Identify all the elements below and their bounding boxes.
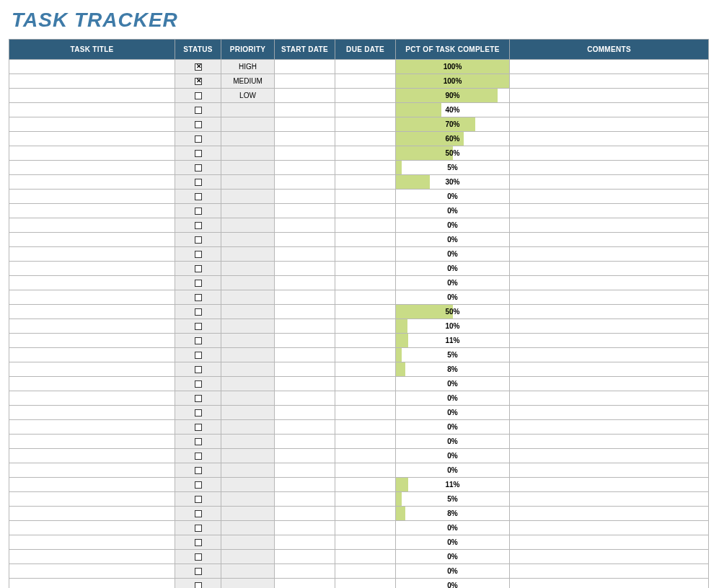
task-title-cell[interactable] [9, 579, 175, 589]
priority-cell[interactable] [221, 406, 275, 420]
priority-cell[interactable] [221, 550, 275, 564]
start-date-cell[interactable] [275, 89, 335, 103]
due-date-cell[interactable] [335, 262, 396, 276]
start-date-cell[interactable] [275, 348, 335, 362]
start-date-cell[interactable] [275, 305, 335, 319]
priority-cell[interactable] [221, 175, 275, 190]
due-date-cell[interactable] [335, 507, 396, 521]
checkbox-icon[interactable] [195, 395, 202, 402]
checkbox-icon[interactable] [195, 179, 202, 186]
status-cell[interactable] [175, 420, 221, 435]
due-date-cell[interactable] [335, 190, 396, 204]
comments-cell[interactable] [510, 550, 709, 564]
status-cell[interactable] [175, 276, 221, 290]
checkbox-icon[interactable] [195, 265, 202, 272]
checkbox-icon[interactable] [195, 438, 202, 445]
pct-complete-cell[interactable]: 0% [396, 391, 510, 406]
status-cell[interactable] [175, 362, 221, 377]
comments-cell[interactable] [510, 334, 709, 348]
due-date-cell[interactable] [335, 276, 396, 290]
status-cell[interactable] [175, 146, 221, 161]
priority-cell[interactable] [221, 262, 275, 276]
comments-cell[interactable] [510, 478, 709, 492]
checkbox-icon[interactable] [195, 208, 202, 215]
due-date-cell[interactable] [335, 319, 396, 334]
pct-complete-cell[interactable]: 40% [396, 103, 510, 117]
comments-cell[interactable] [510, 420, 709, 435]
checkbox-icon[interactable] [195, 409, 202, 416]
checkbox-icon[interactable] [195, 121, 202, 128]
checkbox-icon[interactable] [195, 553, 202, 561]
checkbox-icon[interactable] [195, 63, 202, 71]
priority-cell[interactable] [221, 521, 275, 535]
checkbox-icon[interactable] [195, 352, 202, 359]
status-cell[interactable] [175, 117, 221, 132]
status-cell[interactable] [175, 233, 221, 247]
task-title-cell[interactable] [9, 391, 175, 406]
priority-cell[interactable] [221, 117, 275, 132]
status-cell[interactable] [175, 190, 221, 204]
start-date-cell[interactable] [275, 478, 335, 492]
status-cell[interactable] [175, 435, 221, 449]
pct-complete-cell[interactable]: 0% [396, 290, 510, 305]
pct-complete-cell[interactable]: 0% [396, 276, 510, 290]
pct-complete-cell[interactable]: 50% [396, 305, 510, 319]
pct-complete-cell[interactable]: 11% [396, 478, 510, 492]
checkbox-icon[interactable] [195, 92, 202, 99]
due-date-cell[interactable] [335, 218, 396, 233]
priority-cell[interactable] [221, 507, 275, 521]
comments-cell[interactable] [510, 103, 709, 117]
pct-complete-cell[interactable]: 100% [396, 74, 510, 89]
comments-cell[interactable] [510, 463, 709, 478]
comments-cell[interactable] [510, 190, 709, 204]
comments-cell[interactable] [510, 60, 709, 74]
status-cell[interactable] [175, 521, 221, 535]
pct-complete-cell[interactable]: 0% [396, 535, 510, 550]
pct-complete-cell[interactable]: 100% [396, 60, 510, 74]
due-date-cell[interactable] [335, 247, 396, 262]
due-date-cell[interactable] [335, 550, 396, 564]
task-title-cell[interactable] [9, 305, 175, 319]
start-date-cell[interactable] [275, 564, 335, 579]
due-date-cell[interactable] [335, 103, 396, 117]
priority-cell[interactable] [221, 492, 275, 507]
task-title-cell[interactable] [9, 535, 175, 550]
due-date-cell[interactable] [335, 74, 396, 89]
start-date-cell[interactable] [275, 161, 335, 175]
priority-cell[interactable] [221, 319, 275, 334]
status-cell[interactable] [175, 564, 221, 579]
due-date-cell[interactable] [335, 420, 396, 435]
comments-cell[interactable] [510, 74, 709, 89]
start-date-cell[interactable] [275, 74, 335, 89]
comments-cell[interactable] [510, 161, 709, 175]
pct-complete-cell[interactable]: 11% [396, 334, 510, 348]
comments-cell[interactable] [510, 492, 709, 507]
comments-cell[interactable] [510, 290, 709, 305]
checkbox-icon[interactable] [195, 481, 202, 489]
status-cell[interactable] [175, 89, 221, 103]
priority-cell[interactable] [221, 478, 275, 492]
task-title-cell[interactable] [9, 290, 175, 305]
task-title-cell[interactable] [9, 247, 175, 262]
status-cell[interactable] [175, 175, 221, 190]
pct-complete-cell[interactable]: 0% [396, 218, 510, 233]
pct-complete-cell[interactable]: 5% [396, 492, 510, 507]
status-cell[interactable] [175, 290, 221, 305]
checkbox-icon[interactable] [195, 236, 202, 244]
pct-complete-cell[interactable]: 0% [396, 233, 510, 247]
status-cell[interactable] [175, 406, 221, 420]
priority-cell[interactable] [221, 463, 275, 478]
start-date-cell[interactable] [275, 463, 335, 478]
task-title-cell[interactable] [9, 319, 175, 334]
task-title-cell[interactable] [9, 262, 175, 276]
comments-cell[interactable] [510, 521, 709, 535]
comments-cell[interactable] [510, 507, 709, 521]
priority-cell[interactable] [221, 362, 275, 377]
comments-cell[interactable] [510, 276, 709, 290]
start-date-cell[interactable] [275, 233, 335, 247]
priority-cell[interactable] [221, 103, 275, 117]
start-date-cell[interactable] [275, 103, 335, 117]
due-date-cell[interactable] [335, 564, 396, 579]
priority-cell[interactable] [221, 449, 275, 463]
due-date-cell[interactable] [335, 406, 396, 420]
